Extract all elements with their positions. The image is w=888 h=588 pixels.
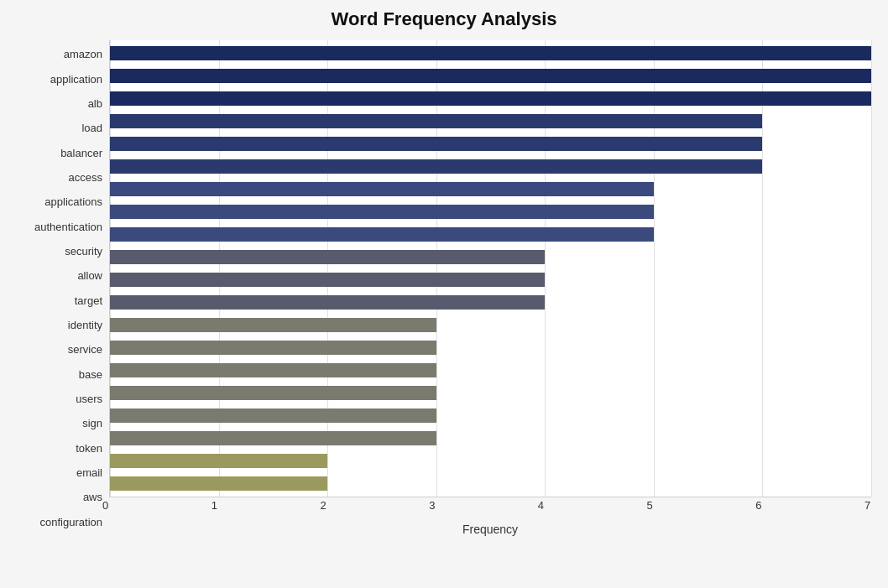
bar <box>110 273 545 286</box>
bar-row <box>110 65 871 87</box>
bar-row <box>110 133 871 155</box>
y-axis: amazonapplicationalbloadbalanceraccessap… <box>17 40 109 536</box>
bar-row <box>110 359 871 382</box>
y-label: access <box>17 165 102 190</box>
bar <box>110 227 654 241</box>
bar-row <box>110 336 871 359</box>
x-tick: 3 <box>429 499 435 512</box>
chart-container: Word Frequency Analysis amazonapplicatio… <box>0 0 888 588</box>
bars-area <box>109 40 871 497</box>
bar <box>110 363 436 377</box>
bar <box>110 386 436 399</box>
y-label: application <box>17 66 102 91</box>
y-label: email <box>17 461 102 485</box>
bar-row <box>110 472 871 495</box>
bar <box>110 341 436 354</box>
y-label: target <box>17 288 102 312</box>
bar <box>110 69 871 82</box>
y-label: base <box>17 362 102 386</box>
bar-row <box>110 268 871 291</box>
x-axis-container: 01234567 <box>109 499 871 519</box>
bar <box>110 476 327 490</box>
y-label: sign <box>17 411 102 435</box>
chart-title: Word Frequency Analysis <box>17 8 871 30</box>
x-tick: 5 <box>647 499 653 512</box>
y-label: load <box>17 116 102 140</box>
y-label: security <box>17 239 102 263</box>
bar-row <box>110 246 871 268</box>
y-label: service <box>17 337 102 362</box>
bar-row <box>110 404 871 427</box>
bar-row <box>110 314 871 336</box>
y-label: balancer <box>17 140 102 164</box>
bar <box>110 250 545 263</box>
x-tick: 4 <box>538 499 544 512</box>
bar <box>110 182 654 195</box>
bar <box>110 91 871 105</box>
bar <box>110 318 436 331</box>
y-label: configuration <box>17 510 102 534</box>
y-label: alb <box>17 91 102 116</box>
x-axis-label: Frequency <box>109 523 871 536</box>
bar-row <box>110 87 871 110</box>
x-tick: 2 <box>320 499 326 512</box>
bar <box>110 431 436 445</box>
bar-row <box>110 155 871 178</box>
bar-row <box>110 291 871 314</box>
bar <box>110 295 545 309</box>
grid-line <box>871 40 872 497</box>
bar-row <box>110 450 871 472</box>
bar-row <box>110 178 871 200</box>
y-label: identity <box>17 313 102 337</box>
bar <box>110 205 654 218</box>
bar-row <box>110 200 871 223</box>
y-label: applications <box>17 190 102 214</box>
bar-row <box>110 42 871 65</box>
bar <box>110 137 762 150</box>
x-tick: 0 <box>102 499 108 512</box>
x-tick: 1 <box>212 499 217 512</box>
y-label: aws <box>17 485 102 509</box>
y-label: authentication <box>17 214 102 238</box>
bar <box>110 46 871 60</box>
y-label: allow <box>17 263 102 288</box>
bar-row <box>110 223 871 246</box>
bar <box>110 159 762 173</box>
y-label: token <box>17 436 102 461</box>
chart-area: amazonapplicationalbloadbalanceraccessap… <box>17 40 871 536</box>
y-label: amazon <box>17 42 102 66</box>
x-tick: 7 <box>864 499 870 512</box>
bar <box>110 408 436 422</box>
x-tick: 6 <box>755 499 761 512</box>
bar-row <box>110 110 871 133</box>
bars-inner <box>110 40 871 497</box>
bar-row <box>110 382 871 404</box>
y-label: users <box>17 387 102 411</box>
bar <box>110 114 762 127</box>
bars-and-xaxis: 01234567 Frequency <box>109 40 871 536</box>
bar-row <box>110 427 871 450</box>
bar <box>110 454 327 467</box>
